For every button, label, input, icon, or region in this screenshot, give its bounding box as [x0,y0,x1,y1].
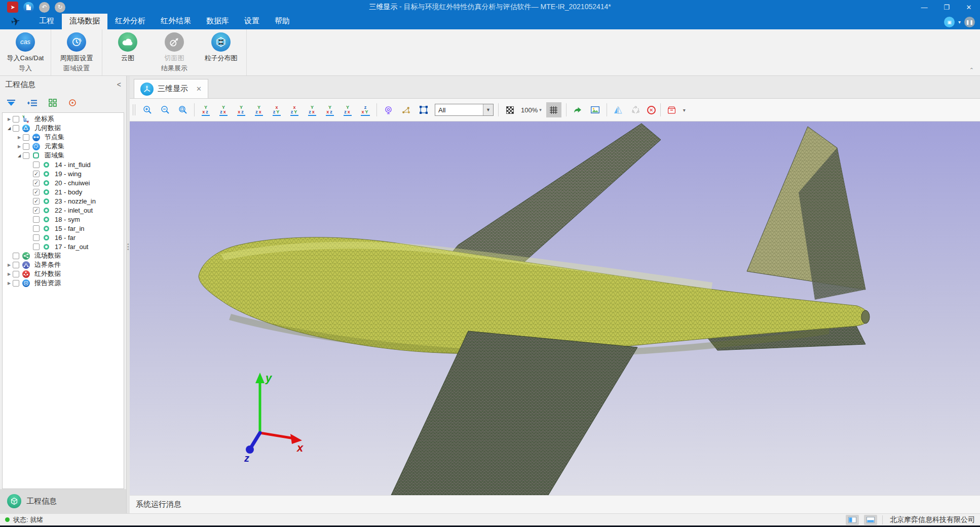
visibility-checkbox[interactable]: ✓ [33,189,40,195]
view-orientation-2-icon[interactable]: Yzx [217,104,230,116]
theme-icon[interactable]: ▣ [944,17,955,27]
visibility-checkbox[interactable] [13,125,19,132]
visibility-checkbox[interactable]: ✓ [33,207,40,214]
undo-icon[interactable]: ↶ [39,2,50,13]
menu-tab-红外分析[interactable]: 红外分析 [107,14,153,29]
tree-item-红外数据[interactable]: ▶ 红外数据 [3,269,124,278]
expand-arrow-icon[interactable]: ▶ [6,263,13,267]
tree-item-19-wing[interactable]: ✓ 19 - wing [3,169,124,178]
visibility-checkbox[interactable] [33,225,40,232]
expand-arrow-icon[interactable]: ◢ [6,126,13,131]
tab-3d-display[interactable]: 三维显示 ✕ [134,79,208,98]
view-iso-3-icon[interactable]: Yzx [341,104,354,116]
expand-arrow-icon[interactable]: ▶ [6,117,13,121]
archive-dropdown-icon[interactable]: ▾ [683,107,686,113]
visibility-checkbox[interactable] [13,253,19,259]
visibility-checkbox[interactable] [33,244,40,250]
tree-item-面域集[interactable]: ◢ 面域集 [3,151,124,160]
filter-icon[interactable] [6,99,16,107]
locate-target-icon[interactable] [68,98,77,107]
tree-item-21-body[interactable]: ✓ 21 - body [3,187,124,196]
menu-tab-帮助[interactable]: 帮助 [267,14,297,29]
particle-trace-icon[interactable] [399,103,412,116]
tree-item-23-nozzle_in[interactable]: ✓ 23 - nozzle_in [3,196,124,206]
combo-dropdown-icon[interactable]: ▼ [483,104,493,115]
save-icon[interactable] [23,2,34,13]
view-iso-4-icon[interactable]: zxY [359,104,372,116]
redo-icon[interactable]: ↻ [55,2,65,13]
expand-arrow-icon[interactable]: ▶ [6,281,13,286]
display-filter-combo[interactable]: All ▼ [435,104,494,116]
view-iso-1-icon[interactable]: Yzx [306,104,319,116]
screenshot-icon[interactable] [589,103,602,116]
expand-arrow-icon[interactable]: ▶ [16,135,23,140]
layout-style-icon[interactable]: ❚❚ [964,17,975,27]
selection-box-icon[interactable] [417,103,430,116]
zoom-in-button[interactable] [141,103,154,116]
tree-item-17-far_out[interactable]: 17 - far_out [3,242,124,251]
tree-item-流场数据[interactable]: 流场数据 [3,251,124,260]
ribbon-button-导入Cas/Dat[interactable]: cas导入Cas/Dat [3,30,48,63]
visibility-checkbox[interactable] [13,116,19,123]
tree-item-20-chuiwei[interactable]: ✓ 20 - chuiwei [3,178,124,187]
ribbon-button-粒子分布图[interactable]: 粒子分布图 [199,30,243,63]
view-orientation-1-icon[interactable]: Yxz [199,104,212,116]
visibility-checkbox[interactable] [23,134,29,141]
tab-close-icon[interactable]: ✕ [196,85,202,93]
export-arrow-icon[interactable] [571,103,584,116]
ribbon-collapse-icon[interactable]: ⌃ [969,67,974,73]
project-info-footer-button[interactable]: 工程信息 [0,489,126,513]
rotate-circle-icon[interactable] [629,103,643,116]
outline-list-icon[interactable] [27,99,37,107]
tree-item-16-far[interactable]: 16 - far [3,233,124,242]
mirror-icon[interactable] [612,103,625,116]
tree-item-15-far_in[interactable]: 15 - far_in [3,224,124,233]
zoom-out-button[interactable] [159,103,172,116]
tree-item-元素集[interactable]: ▶ 元素集 [3,142,124,151]
transparency-checker-icon[interactable] [503,103,516,116]
close-button[interactable]: ✕ [958,0,980,14]
grid-view-icon[interactable] [49,99,57,107]
minimize-button[interactable]: — [913,0,935,14]
panel-layout-left-icon[interactable] [846,515,859,525]
menu-tab-设置[interactable]: 设置 [237,14,267,29]
visibility-checkbox[interactable] [13,271,19,277]
view-orientation-3-icon[interactable]: Yxz [235,104,248,116]
visibility-checkbox[interactable] [23,143,29,150]
menu-tab-红外结果[interactable]: 红外结果 [153,14,199,29]
visibility-checkbox[interactable] [33,216,40,223]
theme-dropdown-icon[interactable]: ▾ [958,19,961,25]
tree-item-几何数据[interactable]: ◢ 几何数据 [3,124,124,133]
expand-arrow-icon[interactable]: ◢ [16,153,23,158]
app-logo-icon[interactable]: ➤ [7,2,18,13]
expand-arrow-icon[interactable]: ▶ [6,272,13,276]
zoom-level-dropdown[interactable]: 100% ▾ [521,106,542,114]
panel-collapse-icon[interactable]: < [117,80,121,89]
view-orientation-6-icon[interactable]: xzY [288,104,301,116]
tree-item-节点集[interactable]: ▶ 节点集 [3,133,124,142]
maximize-button[interactable]: ❐ [935,0,958,14]
tree-item-14-int_fluid[interactable]: 14 - int_fluid [3,160,124,169]
probe-lamp-icon[interactable] [382,103,395,116]
visibility-checkbox[interactable] [13,262,19,268]
tree-item-18-sym[interactable]: 18 - sym [3,215,124,224]
menu-tab-数据库[interactable]: 数据库 [199,14,237,29]
viewport-3d[interactable]: y x z [130,121,980,495]
close-view-icon[interactable]: ✕ [647,106,656,114]
zoom-fit-button[interactable] [176,103,190,116]
ribbon-button-周期面设置[interactable]: 周期面设置 [54,30,99,63]
tree-item-22-inlet_out[interactable]: ✓ 22 - inlet_out [3,206,124,215]
visibility-checkbox[interactable]: ✓ [33,180,40,186]
panel-layout-bottom-icon[interactable] [864,515,877,525]
toolbar-grip[interactable] [133,104,135,115]
view-orientation-5-icon[interactable]: xzY [270,104,283,116]
visibility-checkbox[interactable] [13,280,19,287]
archive-box-icon[interactable] [665,103,679,116]
expand-arrow-icon[interactable]: ▶ [16,144,23,149]
ribbon-button-云图[interactable]: 云图 [105,30,150,63]
visibility-checkbox[interactable]: ✓ [33,171,40,177]
view-iso-2-icon[interactable]: Yxz [323,104,336,116]
visibility-checkbox[interactable]: ✓ [33,198,40,205]
tree-item-边界条件[interactable]: ▶ 边界条件 [3,260,124,269]
tree-item-坐标系[interactable]: ▶ Yzx 坐标系 [3,114,124,124]
